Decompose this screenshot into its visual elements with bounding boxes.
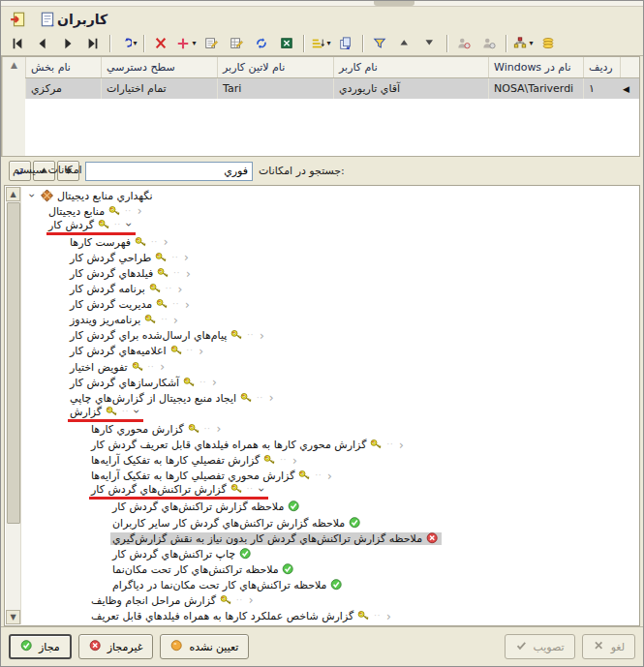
sort-desc-button[interactable] — [417, 32, 443, 55]
tree-view-button[interactable]: ▾ — [510, 32, 536, 55]
tree-item-content[interactable]: طراحي گردش کار··› — [68, 252, 193, 264]
tree-item[interactable]: گزارش محوري کارها به همراه فیلدهاي قابل … — [21, 438, 637, 453]
scroll-down-button[interactable]: ▼ — [6, 610, 20, 624]
tree-item-content[interactable]: تفویض اختیار··› — [68, 361, 169, 374]
tree-item-content[interactable]: گزارش تفصیلي کارها به تفکیک آرایه‌ها··› — [89, 454, 301, 467]
tree-item-content[interactable]: ایجاد منبع دیجیتال از گزارش‌هاي چاپي··› — [68, 392, 278, 405]
tree-item-content[interactable]: گزارش شاخص عملکرد کارها به همراه فیلدهاي… — [89, 610, 395, 622]
grid-scroll-up-icon[interactable]: ▲ — [11, 60, 17, 70]
user-log-alt-button[interactable] — [476, 32, 502, 55]
dropdown-arrow-icon[interactable]: ▾ — [326, 39, 330, 47]
column-header[interactable]: نام لاتین کاربر — [217, 57, 333, 77]
tree-item[interactable]: گزارش محوري تفصیلي کارها به تفکیک آرایه‌… — [21, 469, 637, 484]
tree-item-content[interactable]: ملاحظه گزارش تراکنش‌هاي گردش کار بدون نی… — [110, 532, 442, 545]
nav-last-button[interactable] — [80, 32, 106, 55]
tree-item-content[interactable]: ملاحظه تراکنش‌هاي کار تحت مکان‌نما در دی… — [110, 579, 346, 591]
tree-item-content[interactable]: منابع دیجیتال··› — [46, 205, 146, 218]
chevron-collapsed-icon[interactable]: › — [135, 206, 144, 216]
tree-item[interactable]: ملاحظه گزارش تراکنش‌هاي گردش کار — [21, 500, 637, 515]
undetermined-button[interactable]: تعیین نشده — [160, 634, 249, 659]
cancel-button[interactable]: لغو — [582, 634, 635, 659]
refresh-button[interactable] — [249, 32, 274, 55]
chevron-collapsed-icon[interactable]: › — [175, 285, 185, 294]
delete-record-button[interactable] — [148, 32, 173, 55]
scroll-up-button[interactable]: ▲ — [6, 187, 20, 201]
tree-item-content[interactable]: گزارش محوري کارها··› — [89, 423, 226, 436]
tree-item[interactable]: ملاحظه تراکنش‌هاي کار تحت مکان‌نما — [21, 561, 637, 577]
tree-item-content[interactable]: ›نگهداري منابع دیجیتال — [25, 190, 154, 202]
tree-item[interactable]: گزارش تراکنش‌هاي گردش کار··› — [21, 484, 637, 500]
tree-item[interactable]: آشکارسازهاي گردش کار··› — [21, 375, 637, 390]
nav-next-button[interactable] — [55, 32, 80, 55]
chevron-expanded-icon[interactable]: › — [124, 220, 134, 229]
edit-form-button[interactable] — [199, 32, 224, 55]
tree-item[interactable]: منابع دیجیتال··› — [21, 203, 637, 219]
tree-scrollbar[interactable]: ▲ ▼ — [6, 187, 21, 624]
column-header[interactable]: سطح دسترسي — [101, 57, 217, 77]
chevron-collapsed-icon[interactable]: › — [246, 595, 256, 605]
chevron-collapsed-icon[interactable]: › — [383, 612, 393, 622]
column-header[interactable]: نام بخش — [25, 57, 101, 77]
denied-button[interactable]: غیرمجاز — [78, 634, 154, 659]
chevron-expanded-icon[interactable]: › — [27, 191, 37, 200]
tree-item-content[interactable]: فیلدهاي گردش کار··› — [68, 267, 195, 280]
tree-item-content[interactable]: چاپ تراکنش‌هاي گردش کار — [110, 548, 255, 561]
column-header[interactable]: ردیف — [583, 57, 620, 77]
tree-item[interactable]: ملاحظه گزارش تراکنش‌هاي گردش کار بدون نی… — [21, 531, 637, 546]
tree-item-content[interactable]: گزارش محوري تفصیلي کارها به تفکیک آرایه‌… — [89, 470, 336, 482]
tree-item-content[interactable]: اعلامیه‌هاي گردش کار··› — [68, 345, 208, 357]
tree-item[interactable]: گزارش تفصیلي کارها به تفکیک آرایه‌ها··› — [21, 453, 637, 469]
dropdown-arrow-icon[interactable]: ▾ — [133, 39, 137, 47]
chevron-collapsed-icon[interactable]: › — [209, 378, 219, 387]
tree-item[interactable]: ملاحظه گزارش تراکنش‌هاي گردش کار سایر کا… — [21, 515, 637, 531]
tree-item[interactable]: فیلدهاي گردش کار··› — [21, 265, 637, 281]
tree-item[interactable]: مدیریت گردش کار··› — [21, 297, 637, 313]
tree-item[interactable]: فهرست کارها··› — [21, 234, 637, 250]
chevron-collapsed-icon[interactable]: › — [324, 471, 334, 481]
tree-item[interactable]: طراحي گردش کار··› — [21, 250, 637, 265]
chevron-collapsed-icon[interactable]: › — [158, 362, 168, 372]
tree-item[interactable]: گزارش محوري کارها··› — [21, 421, 637, 437]
tree-item-content[interactable]: ملاحظه تراکنش‌هاي کار تحت مکان‌نما — [110, 563, 298, 576]
tree-item[interactable]: ملاحظه تراکنش‌هاي کار تحت مکان‌نما در دی… — [21, 577, 637, 592]
user-log-button[interactable] — [451, 32, 476, 55]
tree-item-content[interactable]: ملاحظه گزارش تراکنش‌هاي گردش کار — [110, 500, 303, 513]
tree-item[interactable]: چاپ تراکنش‌هاي گردش کار — [21, 546, 637, 561]
tree-item[interactable]: ایجاد منبع دیجیتال از گزارش‌هاي چاپي··› — [21, 390, 637, 406]
coins-button[interactable] — [536, 32, 561, 55]
copy-page-button[interactable] — [333, 32, 358, 55]
grid-scroll-indicator[interactable]: ▲ — [2, 57, 25, 156]
dropdown-arrow-icon[interactable]: ▾ — [192, 39, 196, 47]
tree-item-content[interactable]: گزارش تراکنش‌هاي گردش کار··› — [89, 483, 268, 500]
new-note-icon[interactable] — [38, 11, 57, 28]
insert-record-button[interactable]: ▾ — [173, 32, 199, 55]
tree-item[interactable]: برنامه‌ریز ویندوز··› — [21, 313, 637, 328]
table-row[interactable]: مرکزيتمام اختیاراتTariآقاي تاریورديNOSA\… — [25, 78, 639, 99]
chevron-collapsed-icon[interactable]: › — [161, 237, 170, 247]
tree-item[interactable]: برنامه گردش کار··› — [21, 282, 637, 297]
tree-item-content[interactable]: ملاحظه گزارش تراکنش‌هاي گردش کار سایر کا… — [110, 517, 364, 530]
chevron-collapsed-icon[interactable]: › — [183, 269, 193, 279]
edit-grid-button[interactable] — [224, 32, 249, 55]
tree-item-content[interactable]: برنامه گردش کار··› — [68, 283, 187, 295]
dropdown-arrow-icon[interactable]: ▾ — [529, 39, 533, 47]
nav-prior-button[interactable] — [30, 32, 55, 55]
sort-asc-button[interactable] — [392, 32, 417, 55]
chevron-collapsed-icon[interactable]: › — [397, 440, 407, 450]
tree-item[interactable]: گزارش مراحل انجام وظایف··› — [21, 592, 637, 608]
chevron-expanded-icon[interactable]: › — [257, 485, 266, 495]
undo-button[interactable]: ▾ — [114, 32, 139, 55]
chevron-collapsed-icon[interactable]: › — [257, 331, 266, 341]
scroll-thumb[interactable] — [7, 202, 20, 524]
search-input[interactable] — [85, 162, 253, 181]
export-excel-button[interactable] — [274, 32, 299, 55]
tree-item-content[interactable]: گردش کار··› — [46, 219, 136, 235]
tree-item-content[interactable]: فهرست کارها··› — [68, 236, 172, 249]
sort-list-button[interactable]: ▾ — [308, 32, 333, 55]
chevron-collapsed-icon[interactable]: › — [290, 456, 299, 466]
column-header[interactable]: نام کاربر — [333, 57, 488, 77]
tree-item[interactable]: پیام‌هاي ارسال‌شده براي گردش کار··› — [21, 328, 637, 344]
tree-item-content[interactable]: آشکارسازهاي گردش کار··› — [68, 377, 221, 389]
chevron-collapsed-icon[interactable]: › — [197, 347, 206, 356]
chevron-expanded-icon[interactable]: › — [132, 407, 141, 416]
